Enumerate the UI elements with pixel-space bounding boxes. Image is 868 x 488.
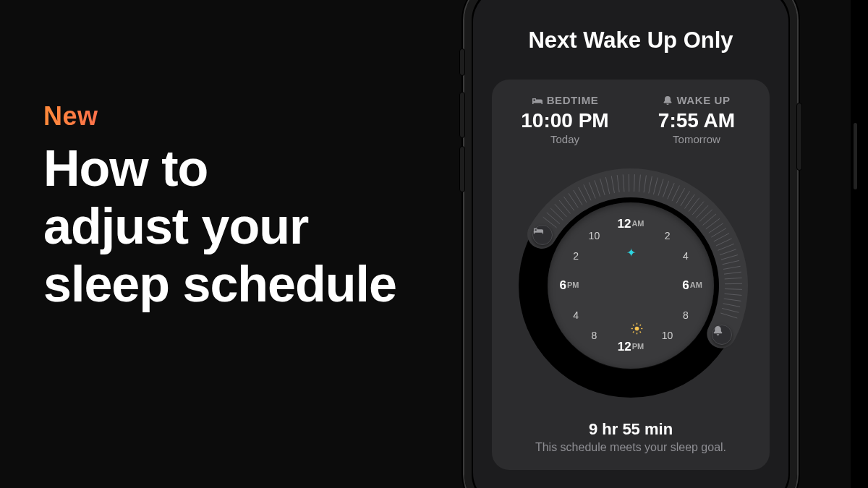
dial-tick-8am: 8 — [683, 309, 689, 321]
dial-label-6am: 6AM — [682, 278, 702, 293]
phone-volume-down-button — [459, 146, 465, 192]
sleep-duration: 9 hr 55 min — [492, 420, 770, 439]
sleep-dial-wrap: 12AM 6AM 12PM 6PM — [492, 166, 770, 405]
promo-block: New How to adjust your sleep schedule — [43, 101, 396, 313]
phone-volume-up-button — [459, 92, 465, 138]
svg-line-157 — [640, 331, 641, 332]
dial-tick-4am: 4 — [683, 250, 689, 262]
bedtime-time: 10:00 PM — [499, 109, 631, 132]
goal-message: This schedule meets your sleep goal. — [492, 441, 770, 454]
svg-line-158 — [633, 331, 634, 332]
wakeup-time: 7:55 AM — [631, 109, 762, 132]
bedtime-column: BEDTIME 10:00 PM Today — [499, 94, 631, 145]
sleep-schedule-card: BEDTIME 10:00 PM Today WAKE UP 7:55 AM T… — [492, 80, 770, 470]
dial-label-6pm: 6PM — [559, 278, 579, 293]
stage: New How to adjust your sleep schedule Ne… — [0, 0, 868, 488]
dial-tick-10pm: 10 — [589, 230, 600, 241]
wakeup-day: Tomorrow — [631, 133, 762, 145]
wakeup-handle[interactable] — [712, 325, 732, 345]
bedtime-day: Today — [499, 133, 631, 145]
bell-icon — [663, 95, 673, 108]
phone-screen: Next Wake Up Only BEDTIME 10:00 PM Today — [473, 0, 788, 488]
dial-tick-10am: 10 — [662, 330, 673, 341]
bedtime-handle[interactable] — [532, 225, 553, 245]
dial-tick-2pm: 2 — [573, 250, 579, 262]
summary-footer: 9 hr 55 min This schedule meets your sle… — [492, 420, 770, 454]
bedtime-label: BEDTIME — [499, 94, 631, 108]
dial-tick-8pm: 8 — [591, 330, 597, 341]
phone-side-button — [796, 103, 802, 171]
promo-new-tag: New — [43, 101, 396, 132]
svg-point-151 — [635, 326, 639, 330]
phone-frame: Next Wake Up Only BEDTIME 10:00 PM Today — [463, 0, 799, 488]
bedtime-label-text: BEDTIME — [547, 94, 599, 106]
time-columns: BEDTIME 10:00 PM Today WAKE UP 7:55 AM T… — [492, 80, 770, 145]
sleep-dial[interactable]: 12AM 6AM 12PM 6PM — [511, 166, 750, 405]
stars-icon: ✦ — [626, 246, 636, 260]
promo-title-line-1: How to — [43, 140, 396, 198]
page-title: Next Wake Up Only — [473, 27, 788, 53]
phone-mute-switch — [459, 48, 465, 76]
second-phone-edge — [851, 0, 868, 488]
promo-title: How to adjust your sleep schedule — [43, 140, 396, 313]
dial-tick-4pm: 4 — [573, 309, 579, 321]
promo-title-line-2: adjust your — [43, 198, 396, 256]
dial-tick-2am: 2 — [665, 230, 671, 241]
svg-line-156 — [633, 325, 634, 325]
wakeup-label: WAKE UP — [631, 94, 762, 108]
dial-label-12pm: 12PM — [618, 340, 644, 354]
promo-title-line-3: sleep schedule — [43, 256, 396, 314]
svg-line-159 — [640, 325, 641, 325]
wakeup-column: WAKE UP 7:55 AM Tomorrow — [631, 94, 762, 145]
dial-face: 12AM 6AM 12PM 6PM — [548, 202, 714, 369]
dial-label-12am: 12AM — [617, 217, 644, 231]
bed-icon — [532, 95, 543, 108]
wakeup-label-text: WAKE UP — [676, 94, 730, 106]
